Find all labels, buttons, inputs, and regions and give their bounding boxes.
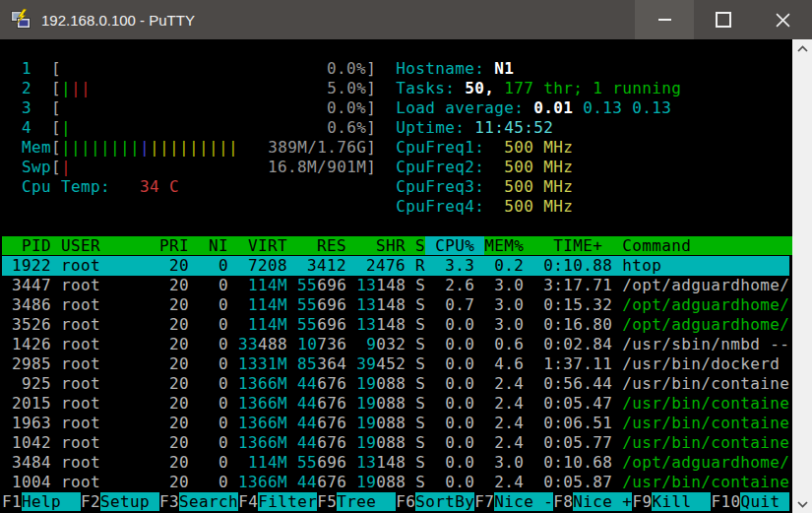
filter-button[interactable]: Filter	[258, 492, 317, 511]
line-padding	[573, 177, 789, 196]
text-segment: 3526 root 20 0	[2, 315, 238, 334]
text-segment: 2015 root 20 0	[2, 394, 238, 413]
f10-key[interactable]: F10	[711, 492, 740, 511]
text-segment: S 0.0 3.0 0:16.80	[406, 315, 622, 334]
hostname-value: N1	[494, 59, 514, 78]
process-row[interactable]: 3486 root 20 0 114M 55696 13148 S 0.7 3.…	[2, 295, 789, 315]
help-button[interactable]: Help	[22, 492, 81, 511]
nice-plus-button[interactable]: Nice +	[573, 492, 632, 511]
sort-column-cpu[interactable]: CPU%	[425, 236, 484, 255]
blank-line	[2, 39, 789, 59]
text-segment: S 0.0 4.6 1:37.11	[406, 354, 622, 373]
tree-button[interactable]: Tree	[337, 492, 396, 511]
minimize-button[interactable]	[635, 0, 694, 39]
putty-window: 192.168.0.100 - PuTTY	[0, 0, 812, 513]
maximize-button[interactable]	[694, 0, 753, 39]
f7-key[interactable]: F7	[474, 492, 494, 511]
text-segment: 44	[297, 374, 317, 393]
process-row[interactable]: 1963 root 20 0 1366M 44676 19088 S 0.0 2…	[2, 414, 789, 433]
f5-key[interactable]: F5	[317, 492, 337, 511]
text-segment: 488	[258, 335, 287, 353]
process-row[interactable]: 925 root 20 0 1366M 44676 19088 S 0.0 2.…	[2, 374, 789, 394]
command: /usr/bin/containe	[622, 473, 789, 491]
process-row[interactable]: 2015 root 20 0 1366M 44676 19088 S 0.0 2…	[2, 394, 789, 414]
process-row[interactable]: 3484 root 20 0 114M 55696 13148 S 0.0 3.…	[2, 453, 789, 473]
text-segment: 148	[376, 315, 406, 334]
scroll-down-button[interactable]	[792, 495, 812, 513]
text-segment	[2, 197, 396, 216]
kill-button[interactable]: Kill	[652, 492, 711, 511]
text-segment	[346, 295, 356, 314]
text-segment	[346, 414, 356, 432]
f6-key[interactable]: F6	[396, 492, 415, 511]
search-button[interactable]: Search	[179, 492, 238, 511]
title-bar[interactable]: 192.168.0.100 - PuTTY	[0, 0, 812, 39]
tasks-threads: 177 thr;	[504, 79, 593, 97]
setup-button[interactable]: Setup	[100, 492, 159, 511]
chevron-down-icon	[797, 501, 808, 508]
sortby-button[interactable]: SortBy	[415, 492, 474, 511]
scrollbar[interactable]	[792, 39, 812, 513]
text-segment	[376, 59, 396, 78]
column-headers-right[interactable]: MEM% TIME+ Command	[484, 236, 691, 255]
f9-key[interactable]: F9	[632, 492, 652, 511]
text-segment	[376, 158, 396, 176]
text-segment	[346, 374, 356, 393]
process-row[interactable]: 3526 root 20 0 114M 55696 13148 S 0.0 3.…	[2, 315, 789, 335]
bracket: ]	[366, 79, 376, 97]
close-button[interactable]	[753, 0, 812, 39]
process-row[interactable]: 2985 root 20 0 1331M 85364 39452 S 0.0 4…	[2, 354, 789, 374]
maximize-icon	[716, 12, 731, 28]
column-headers-left[interactable]: PID USER PRI NI VIRT RES SHR S	[2, 236, 425, 255]
text-segment: 148	[376, 453, 406, 472]
process-row[interactable]: 1426 root 20 0 33488 10736 9032 S 0.0 0.…	[2, 335, 789, 354]
meter-bar-kernel: ||	[71, 79, 91, 97]
bracket: ]	[366, 59, 376, 78]
text-segment: 55	[297, 315, 317, 334]
text-segment: 1331M	[238, 354, 287, 373]
text-segment: 1004 root 20 0	[2, 473, 238, 491]
text-segment: S 0.0 0.6 0:02.84	[406, 335, 622, 353]
line-padding	[573, 158, 789, 176]
text-segment	[346, 394, 356, 413]
process-table-header[interactable]: PID USER PRI NI VIRT RES SHR S CPU% MEM%…	[2, 236, 792, 256]
load-5min-15min: 0.13 0.13	[583, 98, 671, 117]
f4-key[interactable]: F4	[238, 492, 258, 511]
text-segment	[238, 138, 268, 157]
chevron-up-icon	[797, 45, 808, 52]
text-segment	[179, 177, 396, 196]
f3-key[interactable]: F3	[159, 492, 179, 511]
selected-row-text[interactable]: 1922 root 20 0 7208 3412 2476 R 3.3 0.2 …	[2, 256, 789, 275]
cpu4-label: 4	[2, 118, 51, 137]
process-row[interactable]: 3447 root 20 0 114M 55696 13148 S 2.6 3.…	[2, 276, 789, 295]
nice-minus-button[interactable]: Nice -	[494, 492, 553, 511]
putty-icon	[9, 8, 32, 32]
quit-button[interactable]: Quit	[740, 492, 789, 511]
bracket: [	[51, 79, 61, 97]
text-segment	[376, 98, 396, 117]
cpu-temp-line: Cpu Temp: 34 C CpuFreq3: 500 MHz	[2, 177, 789, 197]
text-segment	[110, 177, 140, 196]
text-segment: 696	[317, 276, 346, 294]
text-segment: S 0.0 2.4 0:05.87	[406, 473, 622, 491]
function-key-bar[interactable]: F1Help F2Setup F3SearchF4FilterF5Tree F6…	[2, 492, 789, 512]
process-row-selected[interactable]: 1922 root 20 0 7208 3412 2476 R 3.3 0.2 …	[2, 256, 789, 276]
f1-key[interactable]: F1	[2, 492, 22, 511]
f2-key[interactable]: F2	[81, 492, 100, 511]
cpufreq3-label: CpuFreq3:	[396, 177, 484, 196]
command: /opt/adguardhome/	[622, 295, 789, 314]
scroll-up-button[interactable]	[792, 39, 812, 57]
text-segment	[287, 414, 297, 432]
process-row[interactable]: 1042 root 20 0 1366M 44676 19088 S 0.0 2…	[2, 433, 789, 453]
bracket: [	[51, 138, 61, 157]
text-segment: 676	[317, 374, 346, 393]
text-segment: 1366M	[238, 473, 287, 491]
tasks-running: 1 running	[593, 79, 681, 97]
text-segment: 676	[317, 473, 346, 491]
process-row[interactable]: 1004 root 20 0 1366M 44676 19088 S 0.0 2…	[2, 473, 789, 492]
text-segment	[287, 433, 297, 452]
text-segment	[91, 79, 327, 97]
terminal-screen[interactable]: 1 [ 0.0%] Hostname: N1 2 [||| 5.0%] Task…	[0, 39, 792, 513]
tasks-count: 50,	[465, 79, 504, 97]
f8-key[interactable]: F8	[553, 492, 573, 511]
